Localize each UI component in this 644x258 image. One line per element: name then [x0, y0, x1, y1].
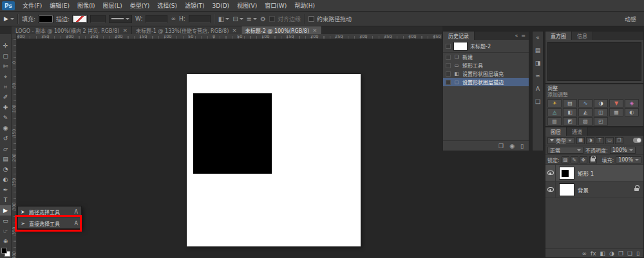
new-document-from-state-icon[interactable]: ❐ [498, 143, 504, 149]
color-lookup-icon[interactable]: ▦ [609, 108, 623, 116]
stroke-width-input[interactable] [90, 15, 106, 23]
horizontal-ruler[interactable]: 4003503002502001501005005010015020025030… [12, 34, 442, 39]
history-panel-tab[interactable]: 历史记录 [443, 32, 475, 40]
layer-row[interactable]: 背景 [545, 181, 643, 198]
layer-row[interactable]: 矩形 1 [545, 165, 643, 181]
threshold-icon[interactable]: ◩ [563, 117, 577, 125]
zoom-tool[interactable]: ⊕ [0, 236, 12, 246]
tool-preset-picker[interactable]: ▶ [4, 15, 14, 22]
stroke-style-dropdown[interactable] [109, 15, 132, 23]
menu-item[interactable]: 3D(D) [208, 0, 233, 12]
filter-type-layers-icon[interactable]: T [596, 137, 604, 144]
styles-panel-icon[interactable]: ≈ [535, 73, 540, 79]
color-balance-icon[interactable]: ◬ [547, 108, 562, 116]
history-brush-tool[interactable]: ↺ [0, 133, 12, 143]
exposure-icon[interactable]: ◑ [594, 99, 608, 107]
constrain-path-drag-checkbox[interactable]: 约束路径拖动 [308, 15, 352, 23]
lasso-tool[interactable]: ✄ [0, 61, 12, 71]
menu-item[interactable]: 图像(I) [73, 0, 99, 12]
lock-pixels-icon[interactable]: ✎ [571, 156, 578, 163]
levels-icon[interactable]: ▤ [563, 99, 577, 107]
layer-visibility-toggle[interactable] [545, 165, 556, 181]
close-tab-icon[interactable]: × [122, 28, 128, 33]
panel-menu-icon[interactable]: ≡ [521, 33, 526, 39]
photo-filter-icon[interactable]: ◭ [578, 108, 592, 116]
shape-height-input[interactable] [189, 15, 211, 23]
menu-item[interactable]: 类型(Y) [126, 0, 154, 12]
close-tab-icon[interactable]: × [232, 28, 237, 33]
menu-item[interactable]: 选择(S) [153, 0, 181, 12]
path-alignment-button[interactable]: ⊟ [232, 15, 243, 23]
path-operations-button[interactable]: ◧ [218, 15, 229, 23]
paragraph-panel-icon[interactable]: ❑ [535, 98, 540, 105]
delete-layer-icon[interactable]: ▯ [636, 250, 639, 257]
fill-value-dropdown[interactable]: 100% [616, 156, 641, 163]
selective-color-icon[interactable]: ◰ [594, 117, 608, 125]
filter-shape-layers-icon[interactable]: ▭ [605, 137, 614, 144]
foreground-background-swatches[interactable] [1, 248, 10, 257]
filter-pixel-layers-icon[interactable]: ▦ [576, 137, 585, 144]
align-edges-checkbox[interactable]: 对齐边缘 [269, 15, 301, 23]
eraser-tool[interactable]: ▱ [0, 143, 12, 154]
layer-styles-icon[interactable]: fx [591, 250, 596, 257]
close-tab-icon[interactable]: × [312, 28, 317, 33]
history-source-checkbox[interactable] [446, 63, 451, 68]
menu-item[interactable]: 文件(F) [19, 0, 46, 12]
menu-item[interactable]: 窗口(W) [261, 0, 290, 12]
black-white-icon[interactable]: ◧ [563, 108, 577, 116]
history-source-checkbox[interactable] [446, 55, 451, 60]
pen-tool[interactable]: ✒ [0, 185, 12, 195]
hue-saturation-icon[interactable]: ◈ [625, 99, 639, 107]
brush-tool[interactable]: ✎ [0, 113, 12, 123]
menu-item[interactable]: 图层(L) [99, 0, 126, 12]
move-tool[interactable]: ✛ [0, 41, 12, 51]
eyedropper-tool[interactable]: ✐ [0, 92, 12, 102]
gradient-map-icon[interactable]: ▧ [578, 117, 592, 125]
fill-color-swatch[interactable] [39, 15, 53, 23]
stroke-color-swatch[interactable] [73, 15, 87, 23]
history-source-checkbox[interactable] [446, 44, 451, 49]
filter-smart-objects-icon[interactable]: ❐ [615, 137, 623, 144]
swatches-panel-icon[interactable]: ◨ [535, 60, 541, 66]
history-state-row[interactable]: ❏ 新建 [443, 53, 529, 61]
lock-all-button[interactable] [589, 156, 597, 163]
blur-tool[interactable]: ◔ [0, 164, 12, 174]
panel-tab[interactable]: 通道 [567, 127, 588, 136]
history-source-checkbox[interactable] [446, 80, 451, 85]
lock-position-icon[interactable]: ✥ [580, 156, 587, 163]
expand-panels-icon[interactable]: « [536, 34, 540, 41]
add-layer-mask-icon[interactable]: ◧ [600, 250, 606, 257]
panel-tab[interactable]: 图层 [545, 127, 567, 136]
lock-transparency-icon[interactable]: ▨ [562, 156, 569, 163]
document-canvas[interactable] [187, 74, 361, 246]
color-panel-icon[interactable]: ▤ [535, 47, 541, 53]
brightness-contrast-icon[interactable]: ☀ [547, 99, 562, 107]
new-layer-icon[interactable]: ❏ [627, 250, 632, 257]
healing-brush-tool[interactable]: ✚ [0, 102, 12, 113]
delete-state-icon[interactable]: ▯ [520, 143, 524, 149]
workspace-switcher[interactable]: 动感 [621, 14, 640, 24]
layer-visibility-toggle[interactable] [545, 181, 556, 198]
character-panel-icon[interactable]: A [536, 86, 540, 92]
layer-filter-type-dropdown[interactable]: 类型 [547, 137, 574, 144]
menu-item[interactable]: 帮助(H) [290, 0, 319, 12]
hand-tool[interactable]: ☞ [0, 226, 12, 236]
path-arrange-button[interactable]: ≡ [247, 15, 257, 23]
channel-mixer-icon[interactable]: ◫ [594, 108, 608, 116]
new-snapshot-icon[interactable]: ◉ [509, 143, 515, 149]
history-state-row[interactable]: ▭ 矩形工具 [443, 61, 529, 69]
panel-tab[interactable]: 信息 [572, 32, 593, 40]
foreground-color-swatch[interactable] [1, 248, 7, 253]
filter-adjustment-layers-icon[interactable]: ◑ [586, 137, 594, 144]
history-source-checkbox[interactable] [446, 71, 451, 77]
vibrance-icon[interactable]: ▼ [609, 99, 623, 107]
layer-filter-toggle[interactable] [633, 138, 641, 143]
document-tab[interactable]: LOGO - 副本 @ 100%(横向 2 拷贝, RGB/8) × [12, 26, 132, 34]
document-tab[interactable]: 未标题-2 @ 100%(RGB/8) × [242, 26, 322, 34]
link-layers-icon[interactable]: ∞ [582, 250, 587, 257]
history-snapshot-row[interactable]: 未标题-2 [443, 40, 529, 53]
type-tool[interactable]: T [0, 195, 12, 205]
menu-item[interactable]: 编辑(E) [46, 0, 73, 12]
link-dimensions-icon[interactable]: ∞ [171, 15, 176, 22]
posterize-icon[interactable]: ▥ [547, 117, 562, 125]
